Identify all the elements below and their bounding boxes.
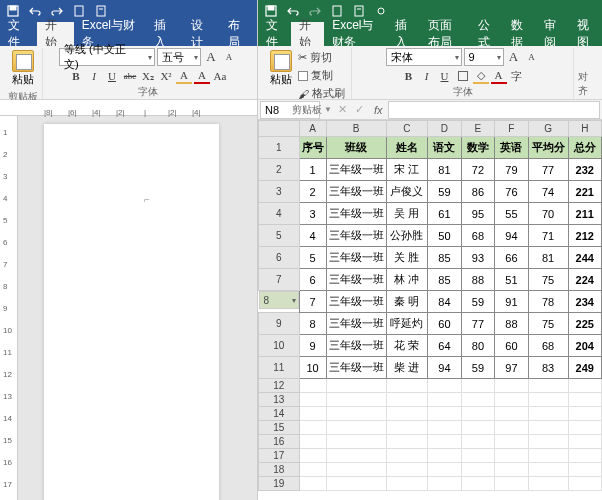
cell[interactable]: 60 xyxy=(428,313,461,335)
cell[interactable] xyxy=(428,421,461,435)
cut-button[interactable]: ✂剪切 xyxy=(296,49,347,66)
cell[interactable]: 三年级一班 xyxy=(326,225,386,247)
cell[interactable] xyxy=(528,393,568,407)
cell[interactable]: 51 xyxy=(495,269,528,291)
cell[interactable]: 211 xyxy=(568,203,602,225)
cell[interactable] xyxy=(386,421,428,435)
cell[interactable] xyxy=(495,407,528,421)
cell[interactable] xyxy=(299,477,326,491)
cell[interactable]: 76 xyxy=(495,181,528,203)
cell[interactable]: 249 xyxy=(568,357,602,379)
cell[interactable]: 85 xyxy=(428,247,461,269)
cell[interactable]: 212 xyxy=(568,225,602,247)
cell[interactable] xyxy=(495,463,528,477)
table-header-cell[interactable]: 序号 xyxy=(299,137,326,159)
cell[interactable]: 59 xyxy=(461,357,494,379)
cell[interactable]: 64 xyxy=(428,335,461,357)
cell[interactable]: 78 xyxy=(528,291,568,313)
cell[interactable] xyxy=(495,477,528,491)
border-button[interactable] xyxy=(455,68,471,84)
row-header[interactable]: 15 xyxy=(259,421,300,435)
cell[interactable]: 宋 江 xyxy=(386,159,428,181)
cell[interactable] xyxy=(461,393,494,407)
cell[interactable] xyxy=(386,393,428,407)
cell[interactable]: 91 xyxy=(495,291,528,313)
cell[interactable] xyxy=(326,407,386,421)
cell[interactable] xyxy=(326,463,386,477)
subscript-button[interactable]: X₂ xyxy=(140,68,156,84)
cell[interactable] xyxy=(428,449,461,463)
highlight-button[interactable]: A xyxy=(176,68,192,84)
cell[interactable] xyxy=(495,421,528,435)
paste-button[interactable]: 粘贴 xyxy=(266,48,296,102)
phonetic-button[interactable]: 字 xyxy=(509,68,525,84)
cell[interactable]: 三年级一班 xyxy=(326,203,386,225)
cell[interactable]: 秦 明 xyxy=(386,291,428,313)
cell[interactable] xyxy=(528,477,568,491)
col-header[interactable]: D xyxy=(428,121,461,137)
cell[interactable]: 80 xyxy=(461,335,494,357)
doc-icon[interactable] xyxy=(72,4,86,18)
row-header[interactable]: 9 xyxy=(259,313,300,335)
cell[interactable]: 卢俊义 xyxy=(386,181,428,203)
menu-file[interactable]: 文件 xyxy=(258,22,291,46)
save-icon[interactable] xyxy=(6,4,20,18)
cell[interactable] xyxy=(386,435,428,449)
col-header[interactable]: B xyxy=(326,121,386,137)
cell[interactable]: 60 xyxy=(495,335,528,357)
cell[interactable]: 88 xyxy=(461,269,494,291)
cell[interactable]: 244 xyxy=(568,247,602,269)
dropdown-icon[interactable]: ▼ xyxy=(322,105,334,114)
table-header-cell[interactable]: 姓名 xyxy=(386,137,428,159)
cell[interactable] xyxy=(299,435,326,449)
cell[interactable] xyxy=(528,407,568,421)
cell[interactable]: 204 xyxy=(568,335,602,357)
cell[interactable] xyxy=(568,421,602,435)
cell[interactable] xyxy=(568,407,602,421)
underline-button[interactable]: U xyxy=(437,68,453,84)
cell[interactable] xyxy=(428,463,461,477)
cell[interactable]: 7 xyxy=(299,291,326,313)
cell[interactable] xyxy=(386,407,428,421)
menu-file[interactable]: 文件 xyxy=(0,22,37,46)
grow-font-icon[interactable]: A xyxy=(203,49,219,65)
cell[interactable]: 234 xyxy=(568,291,602,313)
cell[interactable]: 84 xyxy=(428,291,461,313)
cell[interactable]: 81 xyxy=(428,159,461,181)
col-header[interactable]: F xyxy=(495,121,528,137)
size-select[interactable]: 9 xyxy=(464,48,504,66)
cell[interactable]: 94 xyxy=(495,225,528,247)
italic-button[interactable]: I xyxy=(419,68,435,84)
cancel-icon[interactable]: ✕ xyxy=(334,103,351,116)
cell[interactable] xyxy=(495,435,528,449)
cell[interactable]: 225 xyxy=(568,313,602,335)
col-header[interactable]: C xyxy=(386,121,428,137)
superscript-button[interactable]: X² xyxy=(158,68,174,84)
cell[interactable]: 94 xyxy=(428,357,461,379)
shrink-font-icon[interactable]: A xyxy=(524,49,540,65)
menu-data[interactable]: 数据 xyxy=(503,22,536,46)
cell[interactable]: 66 xyxy=(495,247,528,269)
menu-layout[interactable]: 页面布局 xyxy=(420,22,470,46)
cell[interactable]: 77 xyxy=(461,313,494,335)
row-header[interactable]: 2 xyxy=(259,159,300,181)
table-header-cell[interactable]: 总分 xyxy=(568,137,602,159)
cell[interactable] xyxy=(326,393,386,407)
row-header[interactable]: 13 xyxy=(259,393,300,407)
cell[interactable] xyxy=(461,463,494,477)
cell[interactable] xyxy=(326,435,386,449)
cell[interactable] xyxy=(461,435,494,449)
row-header[interactable]: 11 xyxy=(259,357,300,379)
cell[interactable]: 93 xyxy=(461,247,494,269)
cell[interactable] xyxy=(461,379,494,393)
row-header[interactable]: 6 xyxy=(259,247,300,269)
cell[interactable] xyxy=(568,435,602,449)
table-header-cell[interactable]: 数学 xyxy=(461,137,494,159)
formula-input[interactable] xyxy=(388,101,600,119)
cell[interactable]: 9 xyxy=(299,335,326,357)
doc2-icon[interactable] xyxy=(94,4,108,18)
table-header-cell[interactable]: 平均分 xyxy=(528,137,568,159)
cell[interactable] xyxy=(386,463,428,477)
undo-icon[interactable] xyxy=(286,4,300,18)
cell[interactable]: 224 xyxy=(568,269,602,291)
